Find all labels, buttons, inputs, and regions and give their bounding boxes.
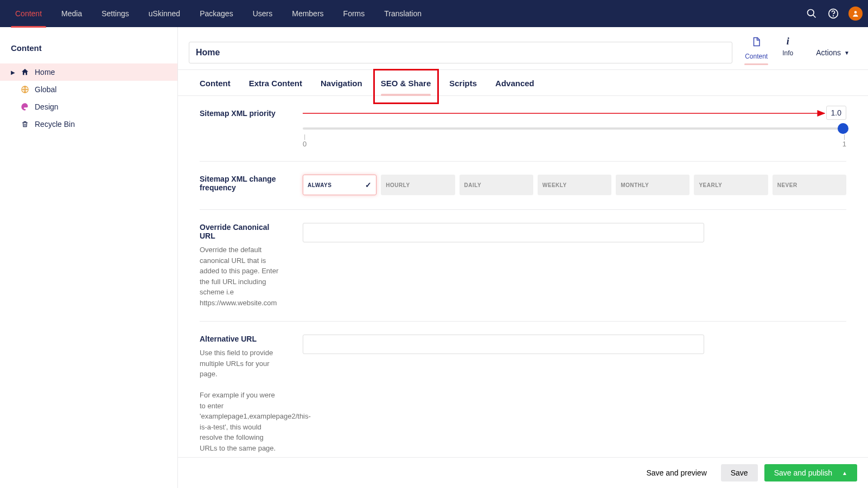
panel-tab-label: Content xyxy=(745,53,768,60)
panel-tab-info[interactable]: i Info xyxy=(776,36,800,69)
freq-hourly[interactable]: HOURLY xyxy=(381,175,455,195)
document-icon xyxy=(751,36,761,50)
nav-users[interactable]: Users xyxy=(243,0,283,27)
tree-item-design[interactable]: ▶ Design xyxy=(0,98,177,115)
subtab-navigation[interactable]: Navigation xyxy=(321,79,362,95)
trash-icon xyxy=(21,120,29,128)
field-label-frequency: Sitemap XML change frequency xyxy=(200,175,281,192)
panel-tab-content[interactable]: Content xyxy=(744,36,768,69)
tree-label: Global xyxy=(35,85,56,94)
panel-tab-label: Info xyxy=(782,49,793,57)
home-icon xyxy=(21,68,29,76)
tree-item-home[interactable]: ▶ Home xyxy=(0,63,177,81)
tree-item-recycle-bin[interactable]: ▶ Recycle Bin xyxy=(0,115,177,133)
top-nav: Content Media Settings uSkinned Packages… xyxy=(0,0,868,27)
subtab-seo-share[interactable]: SEO & Share xyxy=(381,79,431,95)
nav-forms[interactable]: Forms xyxy=(334,0,375,27)
nav-translation[interactable]: Translation xyxy=(374,0,431,27)
subtab-scripts[interactable]: Scripts xyxy=(449,79,477,95)
nav-packages[interactable]: Packages xyxy=(190,0,242,27)
frequency-group: ALWAYS ✓ HOURLY DAILY WEEKLY MONTHLY YEA… xyxy=(303,175,846,195)
freq-daily[interactable]: DAILY xyxy=(459,175,533,195)
slider-min: 0 xyxy=(303,140,307,148)
save-button[interactable]: Save xyxy=(721,464,758,481)
help-icon[interactable] xyxy=(822,0,844,27)
priority-slider[interactable]: 1.0 |0 |1 xyxy=(303,109,846,148)
slider-thumb[interactable] xyxy=(838,123,848,134)
field-label-canonical: Override Canonical URL xyxy=(200,223,281,240)
freq-always[interactable]: ALWAYS ✓ xyxy=(303,175,376,195)
save-publish-button[interactable]: Save and publish ▲ xyxy=(764,464,857,481)
field-label-priority: Sitemap XML priority xyxy=(200,109,281,118)
subtab-advanced[interactable]: Advanced xyxy=(495,79,534,95)
actions-button[interactable]: Actions ▼ xyxy=(808,43,857,62)
editor: Content i Info Actions ▼ Content Extra C… xyxy=(178,27,868,488)
tree-label: Design xyxy=(35,102,59,111)
globe-icon xyxy=(21,85,29,94)
caret-down-icon: ▼ xyxy=(844,50,850,56)
svg-point-3 xyxy=(833,16,834,16)
alternative-input[interactable] xyxy=(303,335,704,354)
sidebar-title: Content xyxy=(0,27,177,63)
freq-yearly[interactable]: YEARLY xyxy=(694,175,768,195)
search-icon[interactable] xyxy=(801,0,822,27)
avatar[interactable] xyxy=(848,7,863,21)
save-preview-button[interactable]: Save and preview xyxy=(639,464,714,481)
tree-item-global[interactable]: ▶ Global xyxy=(0,81,177,98)
svg-point-0 xyxy=(808,10,814,16)
nav-uskinned[interactable]: uSkinned xyxy=(139,0,190,27)
info-icon: i xyxy=(787,36,789,47)
subtab-content[interactable]: Content xyxy=(200,79,231,95)
palette-icon xyxy=(21,102,29,111)
tree-label: Recycle Bin xyxy=(35,120,75,129)
field-help-canonical: Override the default canonical URL that … xyxy=(200,245,281,308)
nav-content[interactable]: Content xyxy=(5,0,52,27)
priority-value: 1.0 xyxy=(826,106,846,120)
svg-line-1 xyxy=(813,15,816,18)
slider-max: 1 xyxy=(843,140,846,148)
annotation-arrow xyxy=(303,108,846,119)
page-title-input[interactable] xyxy=(189,42,732,63)
tree-label: Home xyxy=(35,68,55,76)
field-help-alternative: Use this field to provide multiple URLs … xyxy=(200,348,281,474)
freq-never[interactable]: NEVER xyxy=(773,175,846,195)
nav-settings[interactable]: Settings xyxy=(92,0,139,27)
subtab-extra-content[interactable]: Extra Content xyxy=(249,79,302,95)
canonical-input[interactable] xyxy=(303,223,704,242)
freq-monthly[interactable]: MONTHLY xyxy=(616,175,690,195)
freq-weekly[interactable]: WEEKLY xyxy=(538,175,611,195)
nav-media[interactable]: Media xyxy=(52,0,92,27)
footer: Save and preview Save Save and publish ▲ xyxy=(178,457,868,488)
sidebar: Content ▶ Home ▶ Global ▶ xyxy=(0,27,178,488)
chevron-right-icon[interactable]: ▶ xyxy=(11,69,15,75)
nav-members[interactable]: Members xyxy=(282,0,333,27)
check-icon: ✓ xyxy=(365,181,372,189)
svg-point-4 xyxy=(854,11,857,14)
field-label-alternative: Alternative URL xyxy=(200,335,281,343)
caret-up-icon: ▲ xyxy=(842,470,847,476)
